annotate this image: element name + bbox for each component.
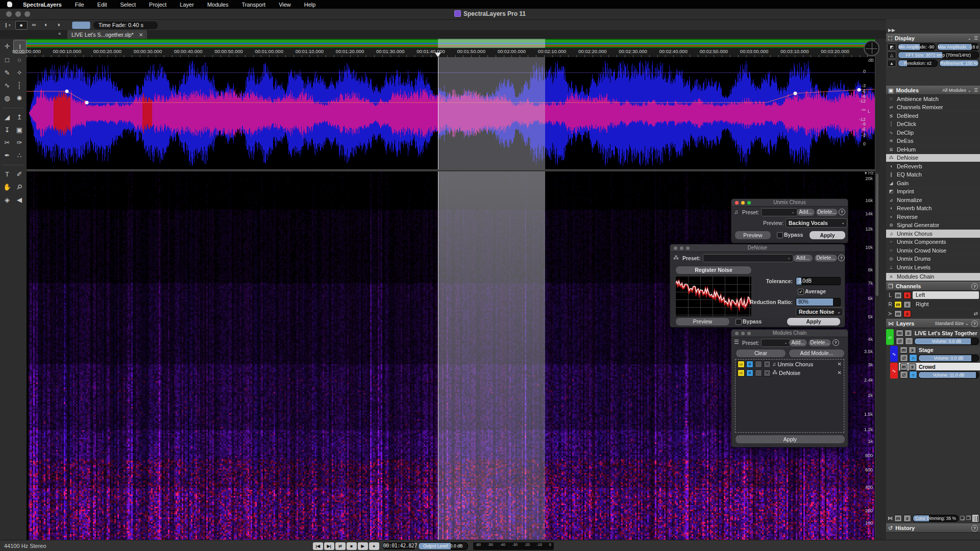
clear-button[interactable]: Clear [736,349,786,358]
denoise-title[interactable]: DeNoise [670,244,845,252]
go-to-end-button[interactable]: ▶| [324,542,334,550]
layer-color-swatch[interactable]: ∿ [890,346,898,362]
channels-help-icon[interactable]: ? [971,283,978,290]
layers-stack-icon[interactable]: ⋈ [888,515,893,521]
cut-tool[interactable]: ✂ [1,136,13,149]
layer-solo-button[interactable]: s [909,363,916,370]
channels-panel-header[interactable]: ❐ Channels ? [886,282,980,291]
dialog-help-icon[interactable]: ? [838,255,845,261]
play-button[interactable]: ▶ [358,542,368,550]
time-fade-field[interactable]: Time Fade: 0.40 s [93,21,158,29]
module-item-channels-remixer[interactable]: ⇌Channels Remixer [886,104,980,112]
layer-name[interactable]: LIVE Let's Stay Together [913,330,977,336]
channel-label[interactable] [913,310,971,317]
module-item-declip[interactable]: ∿DeClip [886,129,980,137]
dialog-help-icon[interactable]: ? [839,209,845,215]
apply-button[interactable]: Apply [809,231,846,240]
module-item-denoise[interactable]: ⁂DeNoise [886,154,980,162]
module-item-unmix-components[interactable]: ⁘Unmix Components [886,238,980,246]
3d-view-tool[interactable]: ◈ [1,193,13,206]
delete-layer-icon[interactable] [972,515,978,522]
module-item-gain[interactable]: ◢Gain [886,179,980,187]
clone-stamp-tool[interactable]: ▣ [13,123,26,136]
max-amplitude-slider[interactable]: Max Amplitude: -18 dB [937,43,979,51]
channel-solo-button[interactable]: s [903,310,911,317]
tab-close-icon[interactable]: ✕ [139,32,143,38]
chain-settings-icon[interactable]: ≣ [746,361,753,368]
module-item-signal-generator[interactable]: ⊛Signal Generator [886,221,980,230]
color-dimming-slider[interactable]: Color Dimming: 35 % [913,515,959,522]
add-module-button[interactable]: Add Module... [789,349,845,358]
selection-mode-subtract[interactable]: ◐ [41,21,52,29]
layer-volume-slider[interactable]: Volume: 11.0 dB [918,371,979,379]
output-level-slider[interactable]: Output Level: 0.0 dB [418,542,468,550]
new-layer-icon[interactable]: ❐ [966,515,971,521]
chain-selection-icon[interactable]: ⁘ [755,361,762,368]
playback-tool[interactable]: ◀ [13,193,26,206]
layer-envelope-button[interactable]: ∩ [909,354,917,362]
dialog-zoom-button[interactable] [686,246,690,250]
module-item-normalize[interactable]: ⊿Normalize [886,196,980,204]
layer-volume-slider[interactable]: Volume: 0.0 dB [918,355,979,362]
chain-selection-icon[interactable]: ⁘ [755,369,762,377]
layer-name[interactable]: Crowd [917,364,936,370]
channel-route-icon[interactable]: ⇄ [974,311,978,316]
menu-project[interactable]: Project [142,2,173,8]
layers-overview-stripe[interactable] [27,39,875,48]
history-help-icon[interactable]: ? [971,525,978,532]
modules-menu-icon[interactable]: ☰ [974,88,978,93]
modules-filter-dropdown[interactable]: All Modules ⌄ [942,88,971,93]
module-item-unmix-levels[interactable]: ⊥Unmix Levels [886,263,980,271]
loop-button[interactable]: ⇄ [335,542,346,550]
reduction-ratio-slider[interactable]: 80% [796,298,841,306]
dialog-close-button[interactable] [674,246,677,250]
menu-help[interactable]: Help [298,2,323,8]
playhead-marker[interactable] [435,53,441,57]
menu-select[interactable]: Select [114,2,143,8]
layer-name[interactable]: Stage [917,347,934,353]
menu-file[interactable]: File [68,2,91,8]
modules-panel-header[interactable]: ▣ Modules All Modules ⌄☰ [886,86,980,95]
vertical-scrollbar[interactable] [876,173,878,296]
menu-transport[interactable]: Transport [235,2,272,8]
advanced-selection-tool[interactable]: ✺ [13,92,26,105]
preset-delete-button[interactable]: Delete... [814,254,838,262]
lasso-selection-tool[interactable]: ○ [13,54,26,66]
apply-button[interactable]: Apply [787,317,841,326]
module-item-dehum[interactable]: ≣DeHum [886,145,980,154]
time-ruler[interactable]: 00:00:00.00000:00:10.00000:00:20.00000:0… [27,48,875,58]
chain-settings-icon[interactable]: ≣ [746,369,753,377]
tab-collapse-icon[interactable]: « [58,31,61,36]
selection-mode-intersect[interactable]: ◑ [53,21,64,29]
document-tab[interactable]: LIVE Let's S...ogether.slp* ✕ [67,30,147,39]
layer-row-stage[interactable]: ∿msStageØ∩Volume: 0.0 dB [886,346,980,362]
layer-volume-slider[interactable]: Volume: 0.0 dB [914,338,979,345]
jog-knob[interactable] [864,40,879,56]
module-item-debleed[interactable]: ≶DeBleed [886,112,980,120]
smudge-tool[interactable]: ✑ [13,136,26,149]
bypass-checkbox[interactable] [777,232,783,238]
preset-add-button[interactable]: Add... [789,339,807,347]
preset-delete-button[interactable]: Delete... [808,339,831,347]
display-collapse-icon[interactable]: ⌄ [967,36,971,41]
chain-remove-icon[interactable]: ✕ [838,361,842,367]
resolution-slider[interactable]: Resolution: x2 [898,60,938,67]
waveform-view[interactable] [27,57,875,169]
module-item-ambience-match[interactable]: ∷Ambience Match [886,95,980,103]
refinement-slider[interactable]: Refinement: 100 % [939,60,979,67]
brush-selection-tool[interactable]: ✎ [1,66,13,79]
register-noise-button[interactable]: Register Noise [675,266,752,274]
dialog-help-icon[interactable]: ? [832,339,839,346]
layers-panel-header[interactable]: ⋈ Layers Standard Size ⌄? [886,319,980,328]
chain-mix-icon[interactable]: ≋ [764,361,771,368]
dialog-zoom-button[interactable] [747,332,751,335]
dialog-close-button[interactable] [735,332,739,335]
transient-selection-tool[interactable]: ┆ [13,79,26,92]
dialog-close-button[interactable] [735,201,739,205]
layer-color-swatch[interactable]: ∿ [890,363,898,379]
chain-item-denoise[interactable]: ▭≣⁘≋⁂DeNoise✕ [736,368,844,377]
menu-edit[interactable]: Edit [91,2,114,8]
history-panel-header[interactable]: ↺ History ? [886,523,980,533]
chain-enable-icon[interactable]: ▭ [738,361,745,368]
module-item-imprint[interactable]: ◩Imprint [886,188,980,196]
